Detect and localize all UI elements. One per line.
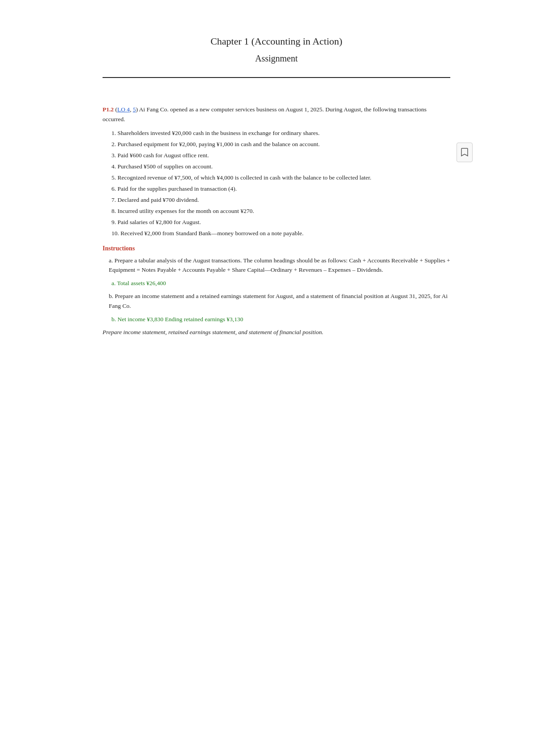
page-subtitle: Assignment (103, 53, 450, 64)
problem-label: P1.2 (103, 106, 114, 113)
transaction-10: 10. Received ¥2,000 from Standard Bank—m… (111, 229, 450, 239)
problem-ref-lo5[interactable]: 5 (133, 106, 136, 113)
transaction-6: 6. Paid for the supplies purchased in tr… (111, 184, 450, 194)
problem-ref-lo4[interactable]: LO 4 (117, 106, 130, 113)
problem-section: P1.2 (LO 4, 5) Ai Fang Co. opened as a n… (103, 105, 450, 337)
instructions-label: Instructions (103, 245, 450, 252)
problem-intro-text: Ai Fang Co. opened as a new computer ser… (103, 106, 427, 123)
transaction-list: 1. Shareholders invested ¥20,000 cash in… (111, 128, 450, 238)
transaction-7: 7. Declared and paid ¥700 dividend. (111, 195, 450, 205)
problem-ref-close: ) (136, 106, 138, 113)
transaction-1: 1. Shareholders invested ¥20,000 cash in… (111, 128, 450, 139)
bookmark-button[interactable] (457, 143, 473, 162)
italic-note: Prepare income statement, retained earni… (103, 327, 450, 337)
problem-ref-comma: , (130, 106, 133, 113)
page-container: Chapter 1 (Accounting in Action) Assignm… (67, 0, 468, 373)
section-divider (103, 77, 450, 78)
transaction-5: 5. Recognized revenue of ¥7,500, of whic… (111, 173, 450, 183)
page-title: Chapter 1 (Accounting in Action) (103, 36, 450, 47)
transaction-3: 3. Paid ¥600 cash for August office rent… (111, 151, 450, 161)
transaction-9: 9. Paid salaries of ¥2,800 for August. (111, 217, 450, 228)
hint-a: a. Total assets ¥26,400 (111, 278, 450, 288)
transaction-8: 8. Incurred utility expenses for the mon… (111, 206, 450, 217)
transaction-2: 2. Purchased equipment for ¥2,000, payin… (111, 139, 450, 150)
instruction-b: b. Prepare an income statement and a ret… (109, 291, 450, 311)
problem-intro: P1.2 (LO 4, 5) Ai Fang Co. opened as a n… (103, 105, 450, 124)
hint-b: b. Net income ¥3,830 Ending retained ear… (111, 315, 450, 324)
instruction-a: a. Prepare a tabular analysis of the Aug… (109, 256, 450, 275)
transaction-4: 4. Purchased ¥500 of supplies on account… (111, 162, 450, 172)
